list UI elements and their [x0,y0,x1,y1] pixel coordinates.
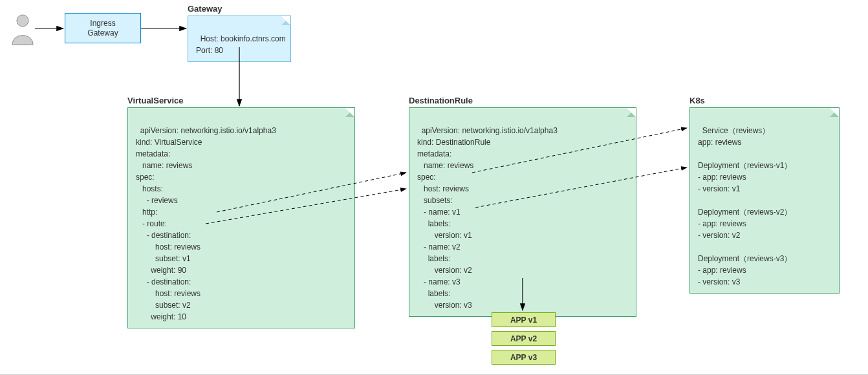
k8s-note: Service（reviews） app: reviews Deployment… [689,107,840,294]
app-v3-box: APP v3 [492,350,556,365]
gateway-note: Host: bookinfo.ctnrs.com Port: 80 [188,16,291,62]
svg-point-0 [17,15,28,27]
app-v2-box: APP v2 [492,331,556,346]
gateway-body: Host: bookinfo.ctnrs.com Port: 80 [196,34,286,55]
user-icon [12,13,34,47]
app-v2-label: APP v2 [510,334,537,343]
k8s-title: K8s [689,96,705,105]
destinationrule-title: DestinationRule [409,96,473,105]
gateway-title: Gateway [188,4,222,14]
app-v1-box: APP v1 [492,312,556,327]
app-v3-label: APP v3 [510,353,537,362]
ingress-gateway-box: Ingress Gateway [65,13,141,43]
virtualservice-title: VirtualService [127,96,183,105]
destinationrule-body: apiVersion: networking.istio.io/v1alpha3… [417,126,558,310]
k8s-body: Service（reviews） app: reviews Deployment… [698,126,792,286]
app-v1-label: APP v1 [510,316,537,325]
destinationrule-note: apiVersion: networking.istio.io/v1alpha3… [409,107,636,317]
virtualservice-note: apiVersion: networking.istio.io/v1alpha3… [127,107,355,328]
ingress-gateway-label: Ingress Gateway [87,19,118,38]
virtualservice-body: apiVersion: networking.istio.io/v1alpha3… [136,126,276,321]
